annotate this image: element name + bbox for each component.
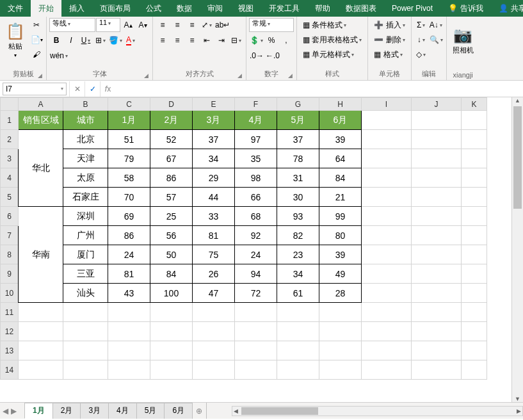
data-cell[interactable]: 24 bbox=[235, 245, 277, 264]
data-cell[interactable]: 47 bbox=[193, 284, 235, 303]
underline-button[interactable]: U bbox=[79, 33, 93, 47]
sort-filter-button[interactable]: A↓ bbox=[429, 18, 443, 32]
data-cell[interactable]: 37 bbox=[277, 130, 319, 149]
insert-cells-button[interactable]: ➕ 插入 bbox=[371, 18, 408, 32]
empty-cell[interactable] bbox=[362, 284, 412, 303]
city-cell[interactable]: 广州 bbox=[63, 226, 108, 245]
delete-cells-button[interactable]: ➖ 删除 bbox=[371, 33, 408, 47]
column-header[interactable]: A bbox=[19, 98, 63, 111]
decrease-indent-button[interactable]: ⇤ bbox=[200, 33, 214, 47]
wrap-text-button[interactable]: ab↵ bbox=[214, 18, 230, 32]
add-sheet-button[interactable]: ⊕ bbox=[192, 407, 206, 416]
data-cell[interactable]: 26 bbox=[193, 264, 235, 284]
empty-cell[interactable] bbox=[277, 322, 319, 341]
empty-cell[interactable] bbox=[19, 303, 63, 322]
data-cell[interactable]: 34 bbox=[193, 149, 235, 168]
table-header-cell[interactable]: 3月 bbox=[193, 111, 235, 130]
empty-cell[interactable] bbox=[235, 360, 277, 380]
sheet-tab[interactable]: 1月 bbox=[24, 403, 53, 419]
data-cell[interactable]: 82 bbox=[277, 226, 319, 245]
city-cell[interactable]: 汕头 bbox=[63, 284, 108, 303]
empty-cell[interactable] bbox=[19, 322, 63, 341]
font-color-button[interactable]: A bbox=[124, 33, 138, 47]
empty-cell[interactable] bbox=[277, 341, 319, 360]
data-cell[interactable]: 50 bbox=[150, 245, 193, 264]
paste-button[interactable]: 📋 粘贴 ▾ bbox=[3, 18, 28, 63]
column-header[interactable]: E bbox=[193, 98, 235, 111]
empty-cell[interactable] bbox=[412, 168, 462, 188]
data-cell[interactable]: 56 bbox=[150, 226, 193, 245]
data-cell[interactable]: 78 bbox=[277, 149, 319, 168]
scrollbar-thumb[interactable] bbox=[513, 106, 522, 209]
data-cell[interactable]: 81 bbox=[193, 226, 235, 245]
column-header[interactable]: I bbox=[362, 98, 412, 111]
dialog-launcher-icon[interactable]: ◢ bbox=[144, 72, 149, 79]
sheet-tab[interactable]: 5月 bbox=[136, 403, 165, 419]
align-middle-button[interactable]: ≡ bbox=[170, 18, 184, 32]
tab-帮助[interactable]: 帮助 bbox=[307, 0, 338, 17]
sheet-nav-next[interactable]: ▶ bbox=[11, 407, 17, 416]
empty-cell[interactable] bbox=[412, 360, 462, 380]
camera-button[interactable]: 📷 照相机 bbox=[449, 18, 477, 63]
city-cell[interactable]: 三亚 bbox=[63, 264, 108, 284]
percent-button[interactable]: % bbox=[264, 33, 278, 47]
formula-input[interactable] bbox=[115, 81, 523, 97]
data-cell[interactable]: 84 bbox=[319, 168, 362, 188]
city-cell[interactable]: 太原 bbox=[63, 168, 108, 188]
tab-视图[interactable]: 视图 bbox=[230, 0, 261, 17]
data-cell[interactable]: 98 bbox=[235, 168, 277, 188]
tab-公式[interactable]: 公式 bbox=[138, 0, 169, 17]
data-cell[interactable]: 29 bbox=[193, 168, 235, 188]
clear-button[interactable]: ◇ bbox=[414, 47, 428, 61]
column-header[interactable]: F bbox=[235, 98, 277, 111]
empty-cell[interactable] bbox=[462, 245, 487, 264]
accept-formula-button[interactable]: ✓ bbox=[84, 81, 100, 97]
empty-cell[interactable] bbox=[362, 264, 412, 284]
tab-页面布局[interactable]: 页面布局 bbox=[92, 0, 138, 17]
data-cell[interactable]: 84 bbox=[150, 264, 193, 284]
data-cell[interactable]: 28 bbox=[319, 284, 362, 303]
empty-cell[interactable] bbox=[319, 341, 362, 360]
data-cell[interactable]: 97 bbox=[235, 130, 277, 149]
align-right-button[interactable]: ≡ bbox=[185, 33, 199, 47]
data-cell[interactable]: 30 bbox=[277, 188, 319, 207]
empty-cell[interactable] bbox=[362, 111, 412, 130]
empty-cell[interactable] bbox=[150, 360, 193, 380]
sheet-tab[interactable]: 2月 bbox=[52, 403, 81, 419]
sheet-tab[interactable]: 3月 bbox=[80, 403, 109, 419]
data-cell[interactable]: 93 bbox=[277, 207, 319, 226]
data-cell[interactable]: 79 bbox=[108, 149, 150, 168]
data-cell[interactable]: 86 bbox=[150, 168, 193, 188]
decrease-decimal-button[interactable]: ←.0 bbox=[265, 49, 280, 63]
empty-cell[interactable] bbox=[63, 360, 108, 380]
column-header[interactable]: B bbox=[63, 98, 108, 111]
row-header[interactable]: 11 bbox=[1, 303, 19, 322]
empty-cell[interactable] bbox=[362, 130, 412, 149]
row-header[interactable]: 9 bbox=[1, 264, 19, 284]
data-cell[interactable]: 64 bbox=[319, 149, 362, 168]
tab-Power Pivot[interactable]: Power Pivot bbox=[384, 0, 440, 17]
column-header[interactable]: G bbox=[277, 98, 319, 111]
data-cell[interactable]: 80 bbox=[319, 226, 362, 245]
data-cell[interactable]: 31 bbox=[277, 168, 319, 188]
scrollbar-thumb[interactable] bbox=[241, 407, 318, 415]
data-cell[interactable]: 100 bbox=[150, 284, 193, 303]
horizontal-scrollbar[interactable]: ◀ ▶ bbox=[232, 406, 523, 416]
tab-插入[interactable]: 插入 bbox=[61, 0, 92, 17]
data-cell[interactable]: 43 bbox=[108, 284, 150, 303]
dialog-launcher-icon[interactable]: ◢ bbox=[38, 72, 42, 79]
dialog-launcher-icon[interactable]: ◢ bbox=[237, 72, 242, 79]
empty-cell[interactable] bbox=[108, 341, 150, 360]
empty-cell[interactable] bbox=[462, 111, 487, 130]
increase-indent-button[interactable]: ⇥ bbox=[214, 33, 229, 47]
empty-cell[interactable] bbox=[462, 188, 487, 207]
dialog-launcher-icon[interactable]: ◢ bbox=[288, 72, 293, 79]
table-format-button[interactable]: ▦ 套用表格格式 bbox=[300, 33, 365, 47]
empty-cell[interactable] bbox=[462, 149, 487, 168]
align-bottom-button[interactable]: ≡ bbox=[185, 18, 199, 32]
empty-cell[interactable] bbox=[462, 303, 487, 322]
merge-button[interactable]: ⊟ bbox=[229, 33, 243, 47]
empty-cell[interactable] bbox=[319, 360, 362, 380]
empty-cell[interactable] bbox=[362, 226, 412, 245]
empty-cell[interactable] bbox=[63, 322, 108, 341]
